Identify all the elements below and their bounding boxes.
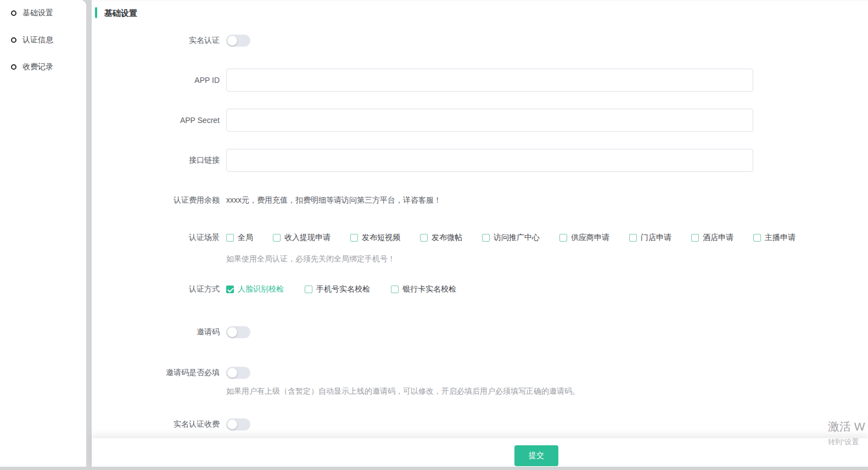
field-label: 接口链接 [92, 155, 220, 165]
balance-text: xxxx元，费用充值，扣费明细等请访问第三方平台，详咨客服！ [226, 195, 441, 205]
checkbox-scene-short-video[interactable]: 发布短视频 [350, 233, 400, 243]
checkbox-icon [305, 286, 312, 293]
page-title: 基础设置 [104, 8, 137, 19]
checkbox-icon [629, 234, 637, 242]
checkbox-method-face[interactable]: 人脸识别校检 [226, 284, 284, 294]
footer-bar: 提交 [92, 438, 868, 467]
row-realname-fee: 实名认证收费 [92, 418, 868, 430]
checkbox-icon [273, 234, 281, 242]
sidebar-item-basic-settings[interactable]: 基础设置 [0, 7, 86, 20]
row-invite-required: 邀请码是否必填 [92, 367, 868, 379]
checkbox-icon [482, 234, 490, 242]
field-label: 邀请码 [92, 327, 220, 337]
field-label: 认证场景 [92, 233, 220, 243]
checkbox-icon [753, 234, 761, 242]
checkbox-scene-anchor[interactable]: 主播申请 [753, 233, 796, 243]
realname-fee-toggle[interactable] [226, 418, 250, 430]
invite-helper-text: 如果用户有上级（含暂定）自动显示上线的邀请码，可以修改，开启必填后用户必须填写正… [226, 387, 580, 396]
field-label: 实名认证 [92, 36, 220, 46]
row-auth-fee-balance: 认证费用余额 xxxx元，费用充值，扣费明细等请访问第三方平台，详咨客服！ [92, 195, 868, 206]
checkbox-scene-withdraw[interactable]: 收入提现申请 [273, 233, 331, 243]
checkbox-scene-store[interactable]: 门店申请 [629, 233, 671, 243]
app-id-input[interactable] [226, 69, 753, 92]
checkbox-scene-micro-post[interactable]: 发布微帖 [420, 233, 462, 243]
main-panel: 基础设置 实名认证 APP ID APP Secret 接口链接 认证费用余额 … [92, 0, 868, 467]
submit-button[interactable]: 提交 [514, 445, 558, 466]
field-label: 实名认证收费 [92, 419, 220, 429]
field-label: APP Secret [92, 116, 220, 125]
checkbox-icon [391, 286, 399, 293]
field-label: 认证费用余额 [92, 195, 220, 205]
sidebar-item-label: 基础设置 [23, 8, 53, 18]
radio-circle-icon [11, 10, 16, 16]
row-invite-code: 邀请码 [92, 326, 868, 338]
field-label: 邀请码是否必填 [92, 368, 220, 378]
checkbox-checked-icon [226, 286, 234, 293]
sidebar-item-label: 收费记录 [23, 62, 53, 72]
checkbox-scene-promo-center[interactable]: 访问推广中心 [482, 233, 540, 243]
row-api-link: 接口链接 [92, 149, 868, 172]
sidebar-item-fee-records[interactable]: 收费记录 [0, 60, 86, 74]
checkbox-icon [350, 234, 358, 242]
scenes-helper-text: 如果使用全局认证，必须先关闭全局绑定手机号！ [226, 254, 395, 264]
api-link-input[interactable] [226, 149, 753, 172]
checkbox-icon [226, 234, 234, 242]
app-secret-input[interactable] [226, 109, 753, 132]
field-label: 认证方式 [92, 284, 220, 294]
radio-circle-icon [11, 37, 16, 43]
checkbox-icon [559, 234, 567, 242]
section-accent-bar [95, 7, 97, 18]
checkbox-scene-hotel[interactable]: 酒店申请 [691, 233, 733, 243]
row-realname-auth: 实名认证 [92, 35, 868, 47]
checkbox-icon [691, 234, 699, 242]
field-label: APP ID [92, 76, 220, 85]
sidebar-item-auth-info[interactable]: 认证信息 [0, 33, 86, 47]
checkbox-icon [420, 234, 428, 242]
row-app-id: APP ID [92, 69, 868, 92]
realname-auth-toggle[interactable] [226, 35, 250, 47]
invite-code-toggle[interactable] [226, 326, 250, 338]
radio-circle-icon [11, 64, 16, 70]
checkbox-method-bankcard[interactable]: 银行卡实名校检 [391, 284, 456, 294]
row-auth-methods: 认证方式 人脸识别校检 手机号实名校检 银行卡实名校检 [92, 284, 868, 295]
row-app-secret: APP Secret [92, 109, 868, 132]
checkbox-scene-supplier[interactable]: 供应商申请 [559, 233, 609, 243]
invite-required-toggle[interactable] [226, 367, 250, 379]
checkbox-scene-global[interactable]: 全局 [226, 233, 253, 243]
checkbox-method-phone[interactable]: 手机号实名校检 [305, 284, 370, 294]
sidebar: 基础设置 认证信息 收费记录 [0, 0, 86, 467]
sidebar-item-label: 认证信息 [23, 35, 53, 45]
row-auth-scenes: 认证场景 全局 收入提现申请 发布短视频 发布微帖 访问推广中心 供应商申请 [92, 232, 868, 243]
